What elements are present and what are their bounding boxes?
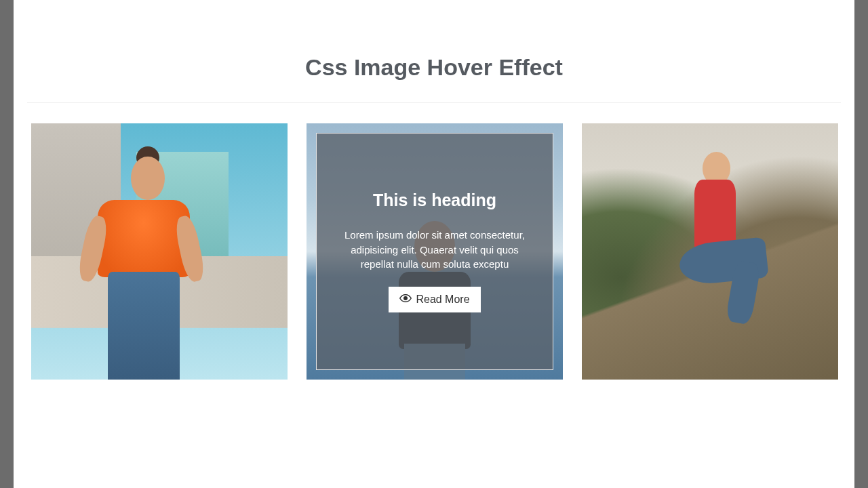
image-card-1[interactable]	[31, 123, 288, 380]
card-row: This is heading Lorem ipsum dolor sit am…	[14, 119, 854, 380]
hover-overlay: This is heading Lorem ipsum dolor sit am…	[316, 133, 553, 370]
image-card-2[interactable]: This is heading Lorem ipsum dolor sit am…	[307, 123, 563, 380]
overlay-heading: This is heading	[373, 190, 496, 210]
svg-point-0	[404, 297, 408, 300]
image-card-3[interactable]	[582, 123, 838, 380]
read-more-label: Read More	[416, 293, 469, 306]
read-more-button[interactable]: Read More	[389, 287, 480, 312]
card-photo	[31, 123, 288, 380]
divider	[27, 102, 841, 103]
overlay-body: Lorem ipsum dolor sit amet consectetur, …	[333, 228, 536, 272]
card-photo	[582, 123, 838, 380]
page-container: Css Image Hover Effect This is heading L…	[14, 0, 854, 488]
page-title: Css Image Hover Effect	[14, 14, 854, 102]
eye-icon	[399, 292, 412, 307]
